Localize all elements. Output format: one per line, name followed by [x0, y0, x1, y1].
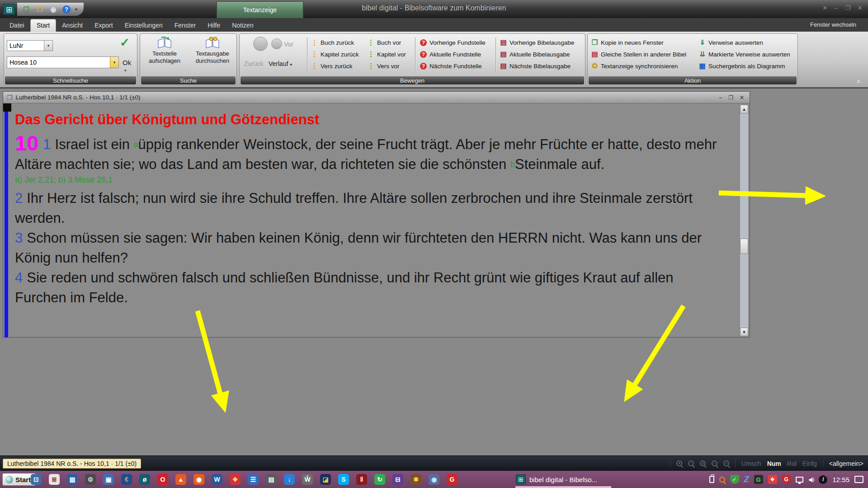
app-icon[interactable]: ⊞	[3, 4, 15, 15]
typewriter-icon[interactable]: ≣	[49, 474, 60, 485]
chevron-down-icon[interactable]: ▾	[75, 7, 77, 12]
zoom-out-icon[interactable]: −	[712, 460, 717, 466]
barcode-icon[interactable]: ‖	[356, 474, 367, 485]
aktuelle-fundstelle-button[interactable]: ?Aktuelle Fundstelle	[420, 49, 481, 59]
buch-zurueck-button[interactable]: ⋮Buch zurück	[311, 38, 354, 47]
zoom-reset-icon[interactable]: ⊘	[700, 460, 706, 466]
search-bible-icon[interactable]: ❒	[35, 5, 44, 14]
scroll-up-button[interactable]: ▲	[740, 105, 748, 113]
chevron-down-icon[interactable]: ▾	[44, 41, 52, 51]
tab-datei[interactable]: Datei	[4, 19, 30, 32]
affinity-icon[interactable]: ø	[139, 474, 150, 485]
statistics-icon[interactable]: ▥	[67, 474, 78, 485]
bible-text-area[interactable]: Das Gericht über Königtum und Götzendien…	[3, 103, 750, 338]
help-icon[interactable]: ?	[62, 5, 71, 14]
red-diamond-icon[interactable]: ❖	[768, 475, 777, 484]
sync-icon[interactable]: ↻	[374, 474, 385, 485]
suchergebnis-diagramm-button[interactable]: ▦Suchergebnis als Diagramm	[699, 61, 785, 71]
gear-icon[interactable]: ⚙	[85, 474, 96, 485]
zoom-special-icon[interactable]: ✦	[676, 460, 682, 466]
word-icon[interactable]: W	[212, 474, 222, 485]
open-bible-icon[interactable]: ❒	[22, 5, 31, 14]
vers-zurueck-button[interactable]: ⋮Vers zurück	[311, 61, 353, 71]
tab-fenster[interactable]: Fenster	[169, 19, 202, 32]
tab-start[interactable]: Start	[30, 19, 57, 32]
document-title-bar[interactable]: ❒ Lutherbibel 1984 NR o.S. - Hos 10,1 · …	[3, 92, 750, 103]
tab-export[interactable]: Export	[89, 19, 118, 32]
tab-einstellungen[interactable]: Einstellungen	[119, 19, 169, 32]
network-icon[interactable]	[796, 477, 803, 483]
gdata-shield-icon[interactable]: G	[782, 475, 791, 484]
parrot-icon[interactable]: ✱	[410, 474, 421, 485]
back-button[interactable]: ←	[253, 37, 268, 51]
search-type-combobox[interactable]: ▾	[7, 40, 53, 51]
textstelle-aufschlagen-button[interactable]: Textstelleaufschlagen	[141, 37, 188, 75]
task-button-bibel-digital[interactable]: ⊞ bibel digital - Bibelso...	[513, 473, 612, 486]
satellite-icon[interactable]: /	[819, 475, 827, 484]
clock[interactable]: 12:55	[832, 476, 849, 483]
cd-icon[interactable]: ◉	[49, 5, 58, 14]
vers-vor-button[interactable]: ⋮Vers vor	[368, 61, 400, 71]
search-tray-icon[interactable]	[719, 477, 725, 483]
scroll-down-button[interactable]: ▼	[740, 328, 748, 336]
ok-button[interactable]: Ok	[123, 59, 131, 66]
tab-hilfe[interactable]: Hilfe	[202, 19, 226, 32]
globe-icon[interactable]: ◉	[429, 474, 439, 485]
minimize-icon[interactable]: –	[835, 5, 838, 11]
vertical-scrollbar[interactable]: ▲ ▼	[740, 104, 749, 337]
remote-support-icon[interactable]: ⊟	[392, 474, 403, 485]
fenster-wechseln-button[interactable]: Fenster wechseln	[810, 21, 856, 28]
doc-close-icon[interactable]: ✕	[740, 94, 744, 101]
zoom-in-icon[interactable]: +	[723, 460, 729, 466]
naechste-bibelausgabe-button[interactable]: ▤Nächste Bibelausgabe	[500, 61, 571, 71]
markierte-verweise-button[interactable]: ⇊Markierte Verweise auswerten	[699, 49, 790, 59]
aktuelle-bibelausgabe-button[interactable]: ▤Aktuelle Bibelausgabe	[500, 49, 570, 59]
footnote-line[interactable]: a) Jer 2,21; b) 3.Mose 26,1	[15, 175, 724, 185]
firefox-icon[interactable]: ◉	[193, 474, 204, 485]
doc-maximize-icon[interactable]: ❐	[728, 94, 733, 101]
wiki-icon[interactable]: Ŵ	[302, 474, 313, 485]
euro-banking-icon[interactable]: €	[121, 474, 132, 485]
scrollbar-thumb[interactable]	[740, 239, 748, 254]
maximize-icon[interactable]: ❐	[845, 5, 850, 11]
tab-ansicht[interactable]: Ansicht	[56, 19, 89, 32]
footnote-marker[interactable]: b	[510, 160, 515, 169]
zoom-page-icon[interactable]: ▫	[688, 460, 694, 466]
kapitel-zurueck-button[interactable]: ⋮Kapitel zurück	[311, 49, 359, 59]
ebook-icon[interactable]: ▤	[266, 474, 277, 485]
textanzeige-synchronisieren-button[interactable]: ✪Textanzeige synchronisieren	[591, 61, 678, 71]
opera-icon[interactable]: O	[157, 474, 168, 485]
kapitel-vor-button[interactable]: ⋮Kapitel vor	[368, 49, 406, 59]
passage-input[interactable]	[7, 57, 110, 68]
chevron-down-icon[interactable]: ▾	[110, 57, 118, 68]
search-type-input[interactable]	[7, 41, 44, 51]
close-icon[interactable]: ✕	[858, 5, 863, 11]
forward-button[interactable]: →	[271, 38, 282, 49]
vorherige-bibelausgabe-button[interactable]: ▤Vorherige Bibelausgabe	[500, 38, 574, 47]
brave-icon[interactable]: ▲	[175, 474, 186, 485]
pdf-tool-icon[interactable]: ❖	[230, 474, 241, 485]
gdata-icon[interactable]: G	[447, 474, 458, 485]
aux-close-icon[interactable]: ✕	[822, 5, 827, 11]
browser-icon[interactable]: ☰	[248, 474, 259, 485]
passage-combobox[interactable]: ▾	[7, 56, 119, 68]
verweise-auswerten-button[interactable]: ⇓Verweise auswerten	[699, 38, 763, 47]
speaker-icon[interactable]: ◀))	[808, 477, 814, 483]
skype-icon[interactable]: S	[338, 474, 349, 485]
footnote-marker[interactable]: a	[134, 140, 138, 149]
vorherige-fundstelle-button[interactable]: ?Vorherige Fundstelle	[420, 38, 486, 47]
tab-notizen[interactable]: Notizen	[226, 19, 259, 32]
textausgabe-durchsuchen-button[interactable]: Textausgabedurchsuchen	[189, 37, 236, 75]
buch-vor-button[interactable]: ⋮Buch vor	[368, 38, 401, 47]
g-matrix-icon[interactable]: G	[754, 475, 763, 484]
notification-icon[interactable]	[854, 476, 863, 483]
naechste-fundstelle-button[interactable]: ?Nächste Fundstelle	[420, 61, 482, 71]
gleiche-stellen-button[interactable]: ▤Gleiche Stellen in anderer Bibel	[591, 49, 686, 59]
antivirus-shield-icon[interactable]: ✓	[730, 475, 739, 484]
kopie-in-neues-fenster-button[interactable]: ❐Kopie in neues Fenster	[591, 38, 664, 47]
chevron-down-icon[interactable]: ▾	[124, 68, 127, 73]
usb-icon[interactable]	[709, 476, 714, 483]
download-icon[interactable]: ↓	[284, 474, 295, 485]
ok-check-icon[interactable]: ✓	[120, 36, 130, 50]
collapse-ribbon-icon[interactable]: ∧	[856, 78, 861, 84]
